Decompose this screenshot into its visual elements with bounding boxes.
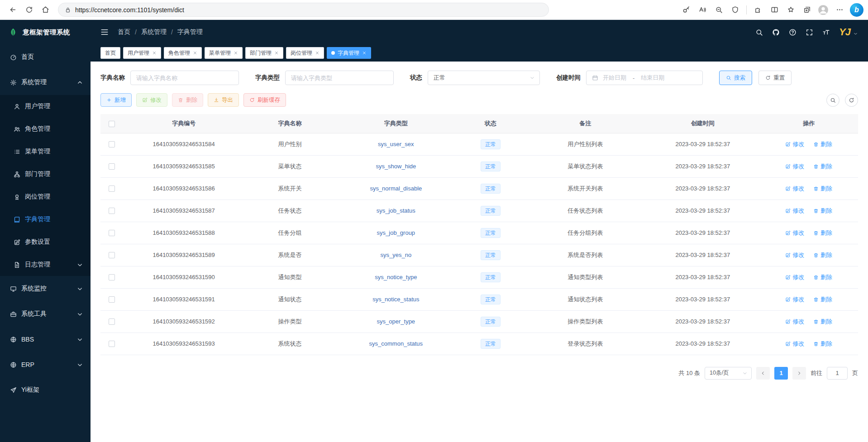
row-delete-button[interactable]: 删除 (813, 185, 832, 193)
row-edit-button[interactable]: 修改 (785, 273, 804, 281)
add-button[interactable]: 新增 (100, 93, 132, 107)
home-button[interactable] (37, 2, 53, 18)
row-edit-button[interactable]: 修改 (785, 295, 804, 304)
row-delete-button[interactable]: 删除 (813, 162, 832, 171)
dict-type-link[interactable]: sys_common_status (369, 340, 423, 347)
font-size-button[interactable] (822, 29, 830, 36)
close-icon[interactable] (362, 51, 367, 55)
date-range-picker[interactable]: 开始日期 - 结束日期 (586, 71, 703, 85)
back-button[interactable] (5, 2, 21, 18)
row-edit-button[interactable]: 修改 (785, 207, 804, 215)
dict-type-link[interactable]: sys_notice_type (375, 274, 417, 280)
refresh-table-button[interactable] (845, 94, 858, 107)
reset-button[interactable]: 重置 (758, 71, 792, 85)
sidebar-item-menu-mgmt[interactable]: 菜单管理 (0, 140, 91, 163)
row-delete-button[interactable]: 删除 (813, 273, 832, 281)
close-icon[interactable] (274, 51, 279, 55)
help-button[interactable] (789, 29, 796, 36)
address-bar[interactable]: https://ccnetcore.com:1101/system/dict (58, 3, 549, 17)
brand-chevron-icon[interactable] (853, 31, 858, 36)
refresh-page-button[interactable] (21, 2, 37, 18)
dict-type-link[interactable]: sys_oper_type (377, 318, 415, 325)
row-checkbox[interactable] (109, 341, 115, 347)
edit-button[interactable]: 修改 (136, 93, 167, 107)
sidebar-item-home[interactable]: 首页 (0, 44, 91, 70)
page-size-select[interactable]: 10条/页 (705, 367, 752, 380)
app-logo[interactable]: 意框架管理系统 (0, 20, 91, 44)
sidebar-item-system-monitor[interactable]: 系统监控 (0, 276, 91, 301)
row-checkbox[interactable] (109, 163, 115, 170)
row-edit-button[interactable]: 修改 (785, 229, 804, 237)
sidebar-item-log-mgmt[interactable]: 日志管理 (0, 253, 91, 276)
row-checkbox[interactable] (109, 208, 115, 214)
row-edit-button[interactable]: 修改 (785, 318, 804, 326)
sidebar-item-post-mgmt[interactable]: 岗位管理 (0, 185, 91, 208)
dict-type-link[interactable]: sys_show_hide (376, 163, 416, 170)
row-checkbox[interactable] (109, 185, 115, 192)
tab-dict-mgmt[interactable]: 字典管理 (327, 47, 371, 59)
row-delete-button[interactable]: 删除 (813, 318, 832, 326)
row-edit-button[interactable]: 修改 (785, 140, 804, 148)
row-edit-button[interactable]: 修改 (785, 185, 804, 193)
page-1-button[interactable]: 1 (774, 367, 788, 380)
sidebar-item-dept-mgmt[interactable]: 部门管理 (0, 163, 91, 185)
dict-type-link[interactable]: sys_notice_status (372, 296, 419, 303)
tab-user-mgmt[interactable]: 用户管理 (123, 47, 161, 59)
collections-button[interactable] (799, 2, 815, 18)
refresh-cache-button[interactable]: 刷新缓存 (243, 93, 286, 107)
favorites-button[interactable] (783, 2, 798, 18)
sidebar-item-user-mgmt[interactable]: 用户管理 (0, 95, 91, 118)
goto-page-input[interactable] (827, 367, 848, 380)
row-delete-button[interactable]: 删除 (813, 251, 832, 259)
zoom-out-button[interactable] (711, 2, 726, 18)
prev-page-button[interactable] (756, 367, 770, 380)
sidebar-item-bbs[interactable]: BBS (0, 327, 91, 352)
dict-name-input[interactable] (130, 71, 239, 85)
dict-type-link[interactable]: sys_job_group (377, 229, 415, 236)
more-menu-button[interactable] (832, 2, 847, 18)
row-delete-button[interactable]: 删除 (813, 229, 832, 237)
sidebar-item-dict-mgmt[interactable]: 字典管理 (0, 208, 91, 231)
read-aloud-button[interactable] (695, 2, 710, 18)
github-button[interactable] (772, 29, 780, 36)
close-icon[interactable] (152, 51, 157, 55)
tracking-shield-button[interactable] (727, 2, 743, 18)
row-delete-button[interactable]: 删除 (813, 140, 832, 148)
row-checkbox[interactable] (109, 230, 115, 236)
close-icon[interactable] (315, 51, 320, 55)
sidebar-item-erp[interactable]: ERP (0, 352, 91, 377)
row-checkbox[interactable] (109, 141, 115, 147)
row-checkbox[interactable] (109, 318, 115, 325)
dict-type-link[interactable]: sys_user_sex (378, 141, 414, 147)
breadcrumb-home[interactable]: 首页 (118, 28, 130, 36)
status-select[interactable]: 正常 (428, 71, 540, 85)
row-checkbox[interactable] (109, 274, 115, 280)
row-edit-button[interactable]: 修改 (785, 340, 804, 348)
tab-menu-mgmt[interactable]: 菜单管理 (205, 47, 243, 59)
sidebar-item-role-mgmt[interactable]: 角色管理 (0, 118, 91, 140)
row-delete-button[interactable]: 删除 (813, 207, 832, 215)
sidebar-item-system-mgmt[interactable]: 系统管理 (0, 70, 91, 95)
breadcrumb-system-mgmt[interactable]: 系统管理 (141, 28, 167, 36)
tab-home[interactable]: 首页 (100, 47, 120, 59)
dict-type-link[interactable]: sys_job_status (377, 207, 415, 214)
extensions-button[interactable] (750, 2, 766, 18)
sidebar-item-yi-framework[interactable]: Yi框架 (0, 377, 91, 403)
passwords-key-button[interactable] (678, 2, 694, 18)
close-icon[interactable] (193, 51, 197, 55)
fullscreen-button[interactable] (806, 29, 813, 36)
tab-dept-mgmt[interactable]: 部门管理 (245, 47, 283, 59)
bing-copilot-button[interactable]: b (850, 3, 863, 17)
header-brand-logo[interactable]: YJ (839, 26, 850, 38)
dict-type-link[interactable]: sys_normal_disable (370, 185, 422, 192)
tab-role-mgmt[interactable]: 角色管理 (164, 47, 202, 59)
row-delete-button[interactable]: 删除 (813, 340, 832, 348)
split-screen-button[interactable] (767, 2, 782, 18)
search-button[interactable]: 搜索 (719, 71, 752, 85)
dict-type-input[interactable] (285, 71, 394, 85)
tab-post-mgmt[interactable]: 岗位管理 (286, 47, 324, 59)
delete-button[interactable]: 删除 (172, 93, 203, 107)
sidebar-item-param-settings[interactable]: 参数设置 (0, 231, 91, 253)
row-checkbox[interactable] (109, 252, 115, 258)
select-all-checkbox[interactable] (109, 121, 115, 127)
